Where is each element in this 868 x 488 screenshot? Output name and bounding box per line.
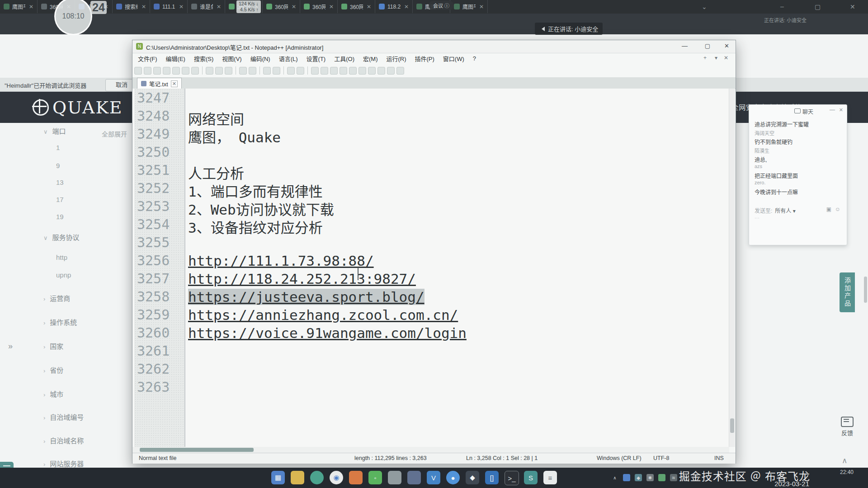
window-minimize-button[interactable]: – bbox=[780, 3, 784, 10]
chevron-down-icon[interactable]: ∨ bbox=[43, 128, 48, 135]
horizontal-scroll-thumb[interactable] bbox=[140, 448, 254, 452]
wrap-icon[interactable] bbox=[330, 67, 338, 75]
menu-宏(M)[interactable]: 宏(M) bbox=[363, 54, 378, 63]
tab-close-icon[interactable]: ✕ bbox=[329, 4, 334, 10]
menu-视图(V)[interactable]: 视图(V) bbox=[222, 54, 241, 63]
chevron-right-icon[interactable]: › bbox=[43, 414, 45, 421]
notepad-minimize-button[interactable]: — bbox=[682, 42, 688, 49]
tab-close-icon[interactable]: ✕ bbox=[142, 4, 146, 10]
document-tab[interactable]: 笔记.txt ✕ bbox=[137, 78, 182, 89]
editor-horizontal-scrollbar[interactable] bbox=[132, 447, 729, 453]
sidebar-group-省份[interactable]: ›省份 bbox=[43, 365, 63, 375]
page-scrollbar[interactable] bbox=[864, 277, 867, 303]
sidebar-collapse-chevron[interactable]: » bbox=[8, 342, 13, 351]
replace-icon[interactable] bbox=[273, 67, 280, 75]
sidebar-group-城市[interactable]: ›城市 bbox=[43, 389, 63, 399]
menu-编辑(E)[interactable]: 编辑(E) bbox=[166, 54, 185, 63]
editor-area[interactable]: 32473248网络空间3249鹰图， Quake32503251人工分析325… bbox=[132, 89, 729, 447]
chat-send-to[interactable]: 发送至:所有人 ▾ bbox=[755, 206, 796, 214]
tab-close-icon[interactable]: ✕ bbox=[292, 4, 296, 10]
chat-emoji-icon[interactable]: ☺ bbox=[835, 206, 840, 212]
chevron-right-icon[interactable]: › bbox=[43, 343, 45, 350]
sidebar-group-操作系统[interactable]: ›操作系统 bbox=[43, 317, 77, 327]
save-all-icon[interactable] bbox=[163, 67, 170, 75]
sidebar-item-upnp[interactable]: upnp bbox=[56, 271, 71, 279]
sidebar-item-13[interactable]: 13 bbox=[56, 178, 64, 186]
chevron-right-icon[interactable]: › bbox=[43, 391, 45, 398]
zoom-out-icon[interactable] bbox=[297, 67, 304, 75]
sidebar-group-网站服务器[interactable]: ›网站服务器 bbox=[43, 459, 84, 468]
send-to-value[interactable]: 所有人 ▾ bbox=[775, 208, 795, 214]
macro-play-icon[interactable] bbox=[377, 67, 385, 75]
window-close-button[interactable]: ✕ bbox=[850, 3, 855, 10]
menu-?[interactable]: ? bbox=[473, 55, 476, 62]
browser-tab[interactable]: 111.1.✕ bbox=[150, 0, 188, 13]
back-to-top-icon[interactable]: ∧ bbox=[842, 456, 847, 465]
menu-语言(L)[interactable]: 语言(L) bbox=[279, 54, 298, 63]
sidebar-group-自治域编号[interactable]: ›自治域编号 bbox=[43, 412, 84, 422]
tab-close-icon[interactable]: ✕ bbox=[217, 4, 221, 10]
feedback-widget[interactable]: 反馈 bbox=[838, 417, 856, 437]
menu-插件(P)[interactable]: 插件(P) bbox=[415, 54, 434, 63]
sidebar-item-17[interactable]: 17 bbox=[56, 196, 64, 203]
open-icon[interactable] bbox=[144, 67, 151, 75]
paste-icon[interactable] bbox=[225, 67, 232, 75]
browser-tab[interactable]: 搜索结✕ bbox=[113, 0, 150, 13]
sidebar-group-服务协议[interactable]: ∨服务协议 bbox=[43, 232, 80, 242]
menu-plus-icon[interactable]: + bbox=[703, 55, 707, 61]
menu-dropdown-icon[interactable]: ▾ bbox=[715, 55, 717, 61]
undo-icon[interactable] bbox=[239, 67, 247, 75]
func-list-icon[interactable] bbox=[396, 67, 404, 75]
doc-map-icon[interactable] bbox=[387, 67, 395, 75]
copy-icon[interactable] bbox=[215, 67, 223, 75]
sync-v-icon[interactable] bbox=[311, 67, 319, 75]
chevron-down-icon[interactable]: ∨ bbox=[43, 235, 48, 241]
menu-编码(N)[interactable]: 编码(N) bbox=[250, 54, 270, 63]
tab-close-icon[interactable]: ✕ bbox=[404, 4, 409, 10]
tab-search-icon[interactable]: ⌄ bbox=[702, 3, 707, 10]
sidebar-group-运营商[interactable]: ›运营商 bbox=[43, 293, 70, 303]
tab-close-icon[interactable]: ✕ bbox=[179, 4, 184, 10]
browser-tab[interactable]: 鹰图平✕ bbox=[0, 0, 38, 13]
chevron-right-icon[interactable]: › bbox=[43, 438, 45, 445]
find-icon[interactable] bbox=[263, 67, 271, 75]
sidebar-group-端口[interactable]: ∨端口 bbox=[43, 126, 66, 136]
new-file-icon[interactable] bbox=[134, 67, 142, 75]
chevron-right-icon[interactable]: › bbox=[43, 367, 45, 374]
browser-tab[interactable]: 谁是鱼✕ bbox=[188, 0, 225, 13]
macro-stop-icon[interactable] bbox=[368, 67, 376, 75]
tab-close-icon[interactable]: ✕ bbox=[479, 4, 484, 10]
quake-logo[interactable]: QUAKE bbox=[33, 98, 123, 117]
vertical-scroll-thumb[interactable] bbox=[730, 418, 734, 433]
close-icon[interactable] bbox=[172, 67, 180, 75]
sidebar-item-19[interactable]: 19 bbox=[56, 213, 64, 221]
print-icon[interactable] bbox=[191, 67, 199, 75]
browser-tab[interactable]: 360网✕ bbox=[338, 0, 375, 13]
symbols-icon[interactable] bbox=[340, 67, 347, 75]
window-maximize-button[interactable]: ▢ bbox=[815, 3, 821, 10]
close-all-icon[interactable] bbox=[182, 67, 189, 75]
chat-minimize-icon[interactable]: — bbox=[830, 107, 835, 113]
menu-搜索(S)[interactable]: 搜索(S) bbox=[194, 54, 213, 63]
menu-设置(T)[interactable]: 设置(T) bbox=[307, 54, 326, 63]
menu-工具(O)[interactable]: 工具(O) bbox=[334, 54, 354, 63]
sidebar-item-1[interactable]: 1 bbox=[56, 144, 60, 151]
chat-image-icon[interactable]: ▣ bbox=[826, 206, 831, 212]
notepad-maximize-button[interactable]: ▢ bbox=[705, 42, 710, 49]
menu-窗口(W)[interactable]: 窗口(W) bbox=[443, 54, 464, 63]
add-product-button[interactable]: 添加产品 bbox=[840, 272, 855, 312]
menu-close-icon[interactable]: ✕ bbox=[724, 55, 728, 61]
notepad-titlebar[interactable]: N C:\Users\Administrator\Desktop\笔记.txt … bbox=[132, 40, 736, 53]
expand-all-link[interactable]: 全部展开 bbox=[102, 129, 127, 138]
macro-rec-icon[interactable] bbox=[359, 67, 366, 75]
browser-tab[interactable]: 360网✕ bbox=[263, 0, 300, 13]
chevron-right-icon[interactable]: › bbox=[43, 296, 45, 302]
guide-icon[interactable] bbox=[349, 67, 357, 75]
sidebar-group-自治域名称[interactable]: ›自治域名称 bbox=[43, 436, 84, 445]
tab-close-icon[interactable]: ✕ bbox=[367, 4, 371, 10]
redo-icon[interactable] bbox=[249, 67, 256, 75]
chevron-right-icon[interactable]: › bbox=[43, 461, 45, 468]
chevron-right-icon[interactable]: › bbox=[43, 319, 45, 326]
cut-icon[interactable] bbox=[206, 67, 213, 75]
editor-vertical-scrollbar[interactable] bbox=[729, 89, 735, 447]
